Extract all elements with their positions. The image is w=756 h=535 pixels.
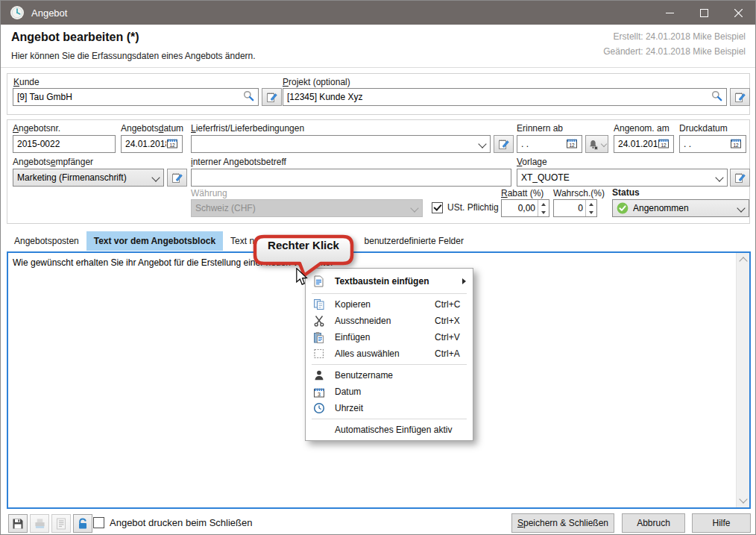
user-icon xyxy=(312,369,326,381)
created-meta: Erstellt: 24.01.2018 Mike Beispiel xyxy=(614,31,746,42)
unlock-button[interactable] xyxy=(73,514,92,533)
menu-item-datum[interactable]: 3 Datum xyxy=(306,384,473,400)
tab-bar: Angebotsposten Text vor dem Angebotsbloc… xyxy=(7,231,471,251)
svg-text:3: 3 xyxy=(318,391,321,396)
menu-item-einfuegen[interactable]: Einfügen Ctrl+V xyxy=(306,329,473,345)
status-accepted-icon xyxy=(617,202,629,214)
printer-icon xyxy=(34,518,46,529)
svg-text:12: 12 xyxy=(661,143,667,148)
wahrsch-spinner[interactable]: 0 xyxy=(553,199,597,217)
maximize-icon xyxy=(700,9,708,17)
menu-item-alles-auswaehlen[interactable]: Alles auswählen Ctrl+A xyxy=(306,345,473,362)
angebotsempfaenger-edit-button[interactable] xyxy=(167,169,187,187)
calendar-icon[interactable]: 12 xyxy=(566,137,578,151)
save-icon xyxy=(12,518,24,530)
wahrsch-label: Wahrsch.(%) xyxy=(553,188,605,198)
vorlage-combo[interactable]: XT_QUOTE xyxy=(517,169,728,187)
close-icon xyxy=(734,9,743,17)
menu-item-kopieren[interactable]: Kopieren Ctrl+C xyxy=(306,296,473,313)
scroll-up-icon[interactable] xyxy=(739,257,747,265)
lieferfrist-combo[interactable] xyxy=(191,135,491,153)
rabatt-label: Rabatt (%) xyxy=(501,188,544,198)
page-title: Angebot bearbeiten (*) xyxy=(11,31,139,44)
mouse-cursor-icon xyxy=(295,268,308,286)
projekt-label: Projekt (optional) xyxy=(283,77,350,87)
edit-note-icon xyxy=(266,91,278,103)
help-button[interactable]: Hilfe xyxy=(692,513,751,533)
vorlage-label: Vorlage xyxy=(517,157,547,167)
erinnern-ab-input[interactable]: . . 12 xyxy=(517,135,582,153)
interner-betreff-label: interner Angebotsbetreff xyxy=(191,157,286,167)
tab-text-vor-angebotsblock[interactable]: Text vor dem Angebotsblock xyxy=(86,231,223,251)
interner-betreff-input[interactable] xyxy=(191,169,511,187)
submenu-arrow-icon xyxy=(462,278,466,284)
menu-item-uhrzeit[interactable]: Uhrzeit xyxy=(306,400,473,416)
waehrung-combo: Schweiz (CHF) xyxy=(191,199,423,217)
menu-separator xyxy=(312,293,467,294)
status-label: Status xyxy=(612,187,640,198)
menu-separator xyxy=(312,419,467,419)
search-icon[interactable] xyxy=(711,90,722,104)
angebotsempfaenger-label: Angebotsempfänger xyxy=(13,157,93,167)
copy-icon xyxy=(312,298,326,310)
tab-benutzerdefinierte-felder[interactable]: benutzerdefinierte Felder xyxy=(357,231,471,251)
svg-text:12: 12 xyxy=(569,143,575,148)
report-icon xyxy=(56,518,66,530)
angenommen-am-input[interactable]: 24.01.2018 12 xyxy=(614,135,674,153)
lieferfrist-edit-button[interactable] xyxy=(494,135,514,153)
reminder-clear-button[interactable] xyxy=(585,135,608,153)
editor-scrollbar[interactable] xyxy=(736,253,749,507)
chevron-down-icon xyxy=(601,141,607,147)
rabatt-spinner[interactable]: 0,00 xyxy=(501,199,549,217)
ust-pflichtig-checkbox[interactable] xyxy=(432,202,443,213)
angenommen-am-label: Angenom. am xyxy=(614,123,670,134)
svg-text:12: 12 xyxy=(733,143,739,148)
print-on-close-label: Angebot drucken beim Schließen xyxy=(110,517,253,528)
menu-item-benutzername[interactable]: Benutzername xyxy=(306,367,473,384)
vorlage-edit-button[interactable] xyxy=(730,169,750,187)
save-and-close-button[interactable]: Speichern & Schließen xyxy=(511,513,614,533)
print-on-close-checkbox[interactable] xyxy=(93,517,104,528)
search-icon[interactable] xyxy=(243,90,254,104)
druckdatum-input[interactable]: . . 12 xyxy=(679,135,746,153)
context-menu: Textbaustein einfügen Kopieren Ctrl+C Au… xyxy=(305,268,473,441)
kunde-input[interactable]: [9] Tau GmbH xyxy=(13,88,259,106)
save-button[interactable] xyxy=(8,514,28,533)
titlebar: Angebot xyxy=(1,1,755,25)
cancel-button[interactable]: Abbruch xyxy=(622,513,685,533)
cut-icon xyxy=(312,315,326,327)
scroll-down-icon[interactable] xyxy=(739,495,747,503)
druckdatum-label: Druckdatum xyxy=(679,123,728,134)
bell-off-icon xyxy=(588,139,599,150)
spin-down-icon[interactable] xyxy=(586,208,596,216)
edit-note-icon xyxy=(171,172,183,184)
window-title: Angebot xyxy=(31,7,67,19)
spin-up-icon[interactable] xyxy=(586,200,596,208)
edit-note-icon xyxy=(498,138,510,150)
chevron-down-icon xyxy=(410,204,418,212)
calendar-icon[interactable]: 12 xyxy=(166,137,178,151)
calendar-icon: 3 xyxy=(312,387,326,398)
spin-down-icon[interactable] xyxy=(538,208,549,216)
minimize-icon xyxy=(666,9,674,17)
maximize-button[interactable] xyxy=(687,1,721,25)
status-combo[interactable]: Angenommen xyxy=(612,199,749,217)
calendar-icon[interactable]: 12 xyxy=(658,137,670,151)
close-button[interactable] xyxy=(721,1,755,25)
minimize-button[interactable] xyxy=(652,1,687,25)
unlock-icon xyxy=(77,518,89,530)
angebotsempfaenger-combo[interactable]: Marketing (Firmenanschrift) xyxy=(13,169,164,187)
angebotsdatum-input[interactable]: 24.01.2018 12 xyxy=(121,135,183,153)
menu-item-ausschneiden[interactable]: Ausschneiden Ctrl+X xyxy=(306,313,473,329)
menu-item-auto-einfuegen[interactable]: Automatisches Einfügen aktiv xyxy=(306,422,473,438)
header-divider xyxy=(1,67,755,68)
projekt-input[interactable]: [12345] Kunde Xyz xyxy=(283,88,727,106)
page-subtitle: Hier können Sie die Erfassungsdaten eine… xyxy=(11,51,256,61)
spin-up-icon[interactable] xyxy=(538,200,549,208)
kunde-edit-button[interactable] xyxy=(262,88,282,106)
calendar-icon[interactable]: 12 xyxy=(730,137,742,151)
ust-pflichtig-label: USt. Pflichtig xyxy=(447,202,499,213)
tab-angebotsposten[interactable]: Angebotsposten xyxy=(7,231,86,251)
angebotsnr-input[interactable]: 2015-0022 xyxy=(13,135,116,153)
projekt-edit-button[interactable] xyxy=(730,88,750,106)
